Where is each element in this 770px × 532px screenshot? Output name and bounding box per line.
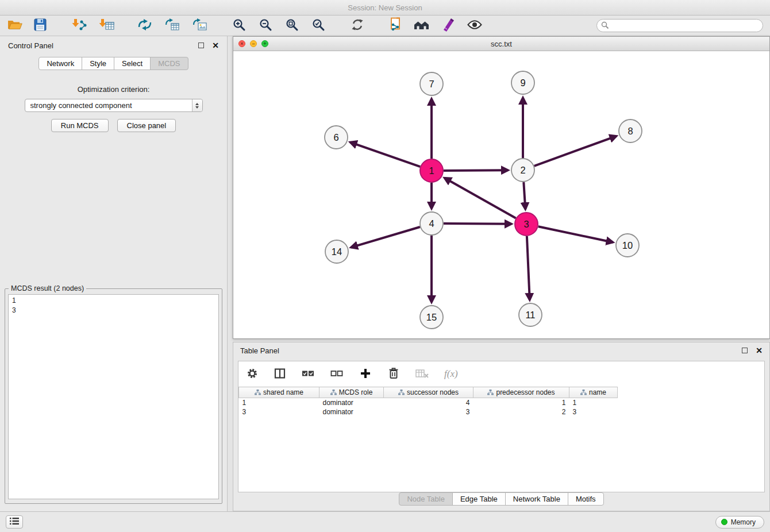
table-cell: 4 [384,398,473,407]
memory-label: Memory [731,518,756,526]
edge-3-1[interactable] [445,178,516,218]
ndex-button[interactable] [411,17,432,35]
tab-network-table[interactable]: Network Table [505,492,568,506]
table-cell: 3 [569,407,618,417]
criterion-select[interactable]: strongly connected component [25,99,203,112]
show-graphics-button[interactable] [464,17,485,35]
refresh-icon [351,18,364,33]
network-canvas[interactable]: 1234678910111415 [233,51,769,338]
float-table-panel-icon[interactable] [742,348,748,353]
tab-network[interactable]: Network [38,57,82,70]
table-row[interactable]: 3dominator323 [239,407,618,417]
node-table: shared nameMCDS rolesuccessor nodesprede… [238,387,618,417]
mcds-result-box[interactable]: 1 3 [8,294,219,499]
new-network-button[interactable] [134,17,155,35]
edge-1-6[interactable] [351,142,421,167]
edge-1-2[interactable] [444,170,508,171]
import-table-icon [99,18,114,33]
control-panel: Control Panel ✕ Network Style Select MCD… [0,36,228,511]
memory-button[interactable]: Memory [715,516,764,529]
select-all-button[interactable] [301,365,315,383]
edge-3-11[interactable] [527,236,530,300]
tab-edge-table[interactable]: Edge Table [452,492,506,506]
column-header-label: MCDS role [339,388,373,396]
close-table-panel-icon[interactable]: ✕ [756,346,763,354]
table-cell: 3 [384,407,473,417]
apply-style-button[interactable] [438,17,459,35]
plus-icon [360,368,371,381]
close-panel-button[interactable]: Close panel [117,119,176,132]
column-header-label: predecessor nodes [496,388,555,396]
column-header-1[interactable]: MCDS role [319,387,384,398]
show-columns-button[interactable] [273,365,287,383]
network-to-table-button[interactable] [162,17,183,35]
criterion-selected-value: strongly connected component [30,101,132,110]
delete-column-button[interactable] [387,365,401,383]
table-panel-body: f(x) shared nameMCDS rolesuccessor nodes… [238,361,765,492]
column-header-4[interactable]: name [569,387,618,398]
node-label-3: 3 [523,219,529,229]
delete-table-button[interactable] [414,365,430,383]
import-network-file-button[interactable] [69,17,90,35]
column-header-0[interactable]: shared name [239,387,319,398]
network-graph: 1234678910111415 [233,51,769,338]
zoom-in-button[interactable] [229,17,249,35]
export-document-button[interactable] [385,17,406,35]
edge-3-10[interactable] [538,226,613,242]
control-panel-tabs: Network Style Select MCDS [0,57,227,70]
table-cell: dominator [319,398,384,407]
table-cell: 2 [473,407,569,417]
deselect-all-button[interactable] [329,365,344,383]
tab-node-table[interactable]: Node Table [399,492,453,506]
table-panel: Table Panel ✕ [233,342,770,511]
node-label-14: 14 [332,246,342,257]
zoom-fit-button[interactable] [282,17,302,35]
float-panel-icon[interactable] [198,43,204,48]
table-cell: 3 [239,407,319,417]
node-label-1: 1 [429,165,434,176]
tab-motifs[interactable]: Motifs [568,492,604,506]
memory-status-icon [721,519,727,525]
create-column-button[interactable] [358,365,373,383]
edge-4-3[interactable] [444,223,511,224]
app-titlebar: Session: New Session [0,0,770,16]
mcds-result-text: 1 3 [9,295,218,317]
zoom-in-icon [232,18,246,33]
trash-icon [388,367,399,381]
table-tabs: Node Table Edge Table Network Table Moti… [233,492,769,506]
refresh-layout-button[interactable] [347,17,368,35]
import-table-file-button[interactable] [97,17,117,35]
optimization-criterion-label: Optimization criterion: [0,85,227,94]
tab-style[interactable]: Style [82,57,114,70]
node-label-8: 8 [627,126,633,136]
node-label-4: 4 [429,218,434,229]
close-panel-icon[interactable]: ✕ [212,41,219,49]
folder-open-icon [7,19,22,32]
zoom-out-button[interactable] [255,17,276,35]
open-session-button[interactable] [5,17,25,35]
run-mcds-button[interactable]: Run MCDS [51,119,109,132]
minimize-window-icon[interactable]: – [250,40,257,47]
edge-2-3[interactable] [523,182,525,209]
table-row[interactable]: 1dominator411 [239,398,618,407]
column-header-2[interactable]: successor nodes [384,387,473,398]
column-header-3[interactable]: predecessor nodes [473,387,569,398]
network-to-image-button[interactable] [190,17,210,35]
task-history-button[interactable] [6,515,23,529]
edge-4-14[interactable] [351,227,420,248]
function-builder-button[interactable]: f(x) [444,368,458,380]
edge-2-8[interactable] [534,136,617,166]
table-cell: 1 [239,398,319,407]
style-wand-icon [441,18,455,33]
close-window-icon[interactable]: × [238,40,245,47]
maximize-window-icon[interactable]: + [261,40,268,47]
select-all-icon [302,368,314,380]
tab-select[interactable]: Select [114,57,151,70]
search-input[interactable] [596,19,763,32]
tab-mcds[interactable]: MCDS [150,57,188,70]
column-header-label: name [589,388,606,396]
table-settings-button[interactable] [245,365,259,383]
zoom-selected-button[interactable] [308,17,329,35]
save-session-button[interactable] [30,17,51,35]
network-image-icon [192,18,207,33]
